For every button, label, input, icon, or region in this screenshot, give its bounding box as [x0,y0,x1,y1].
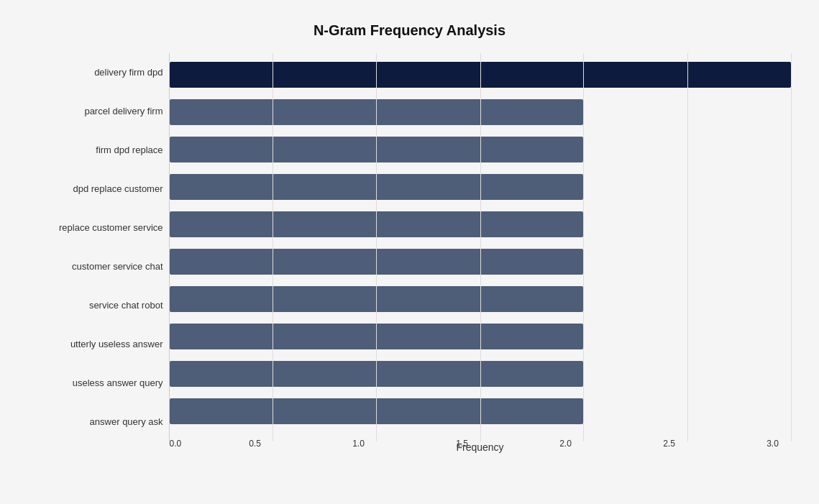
bar-row [170,93,791,131]
bars-section [170,53,791,433]
y-label: service chat robot [29,287,163,324]
y-label: useless answer query [29,365,163,402]
bar-row [170,318,791,355]
bar [170,62,791,88]
bar-row [170,56,791,93]
x-tick: 2.5 [651,439,687,449]
bar [170,99,584,125]
bar-row [170,206,791,243]
bar [170,324,584,349]
x-tick: 3.0 [755,439,791,449]
bar [170,361,584,387]
y-label: firm dpd replace [29,132,163,169]
bar [170,137,584,162]
bar-row [170,168,791,206]
x-tick: 1.0 [340,439,376,449]
chart-title: N-Gram Frequency Analysis [29,22,791,39]
bar-row [170,243,791,280]
y-label: answer query ask [29,403,163,441]
bar-row [170,131,791,168]
x-tick: 1.5 [444,439,480,449]
grid-line [791,53,792,441]
plot-area: 0.00.51.01.52.02.53.0 Frequency [169,53,791,441]
bar [170,398,584,424]
x-tick: 0.5 [237,439,273,449]
x-tick: 0.0 [170,439,206,449]
y-label: customer service chat [29,248,163,285]
y-label: dpd replace customer [29,170,163,208]
y-axis: delivery firm dpdparcel delivery firmfir… [29,53,169,441]
bar [170,174,584,200]
bar-row [170,393,791,430]
x-axis-area: 0.00.51.01.52.02.53.0 Frequency [170,433,791,453]
bar [170,249,584,275]
y-label: replace customer service [29,209,163,247]
chart-area: delivery firm dpdparcel delivery firmfir… [29,53,791,441]
bar [170,286,584,312]
y-label: parcel delivery firm [29,93,163,130]
x-tick: 2.0 [547,439,583,449]
y-label: delivery firm dpd [29,54,163,91]
chart-container: N-Gram Frequency Analysis delivery firm … [14,8,805,497]
y-label: utterly useless answer [29,326,163,363]
bar [170,211,584,237]
bar-row [170,280,791,318]
bar-row [170,355,791,393]
